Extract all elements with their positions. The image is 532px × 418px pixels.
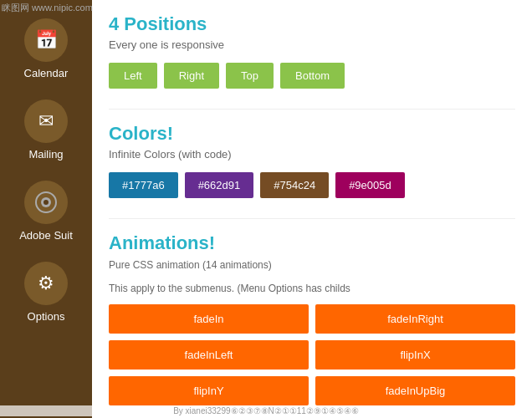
positions-subtitle: Every one is responsive: [109, 38, 515, 51]
position-btn-right[interactable]: Right: [164, 63, 219, 89]
anim-btn-flipInX[interactable]: flipInX: [315, 340, 515, 370]
sidebar-item-calendar[interactable]: 📅 Calendar: [0, 8, 92, 89]
position-btn-top[interactable]: Top: [226, 63, 274, 89]
anim-btn-fadeInRight[interactable]: fadeInRight: [315, 304, 515, 334]
sidebar-item-adobe-suit[interactable]: Adobe Suit: [0, 171, 92, 252]
calendar-icon: 📅: [24, 18, 68, 62]
swatch-1[interactable]: #1777a6: [109, 172, 178, 198]
adobe-suit-icon: [24, 181, 68, 224]
svg-point-2: [43, 200, 49, 205]
animations-section: Animations! Pure CSS animation (14 anima…: [109, 232, 515, 405]
anim-btn-fadeInLeft[interactable]: fadeInLeft: [109, 340, 309, 370]
positions-btn-group: Left Right Top Bottom: [109, 63, 515, 89]
watermark-top: 眯图网 www.nipic.com: [2, 2, 93, 14]
watermark-bottom: By xianei33299⑥②③⑦⑧N②①①11②⑨①④⑤④⑥: [0, 405, 532, 416]
sidebar-label-mailing: Mailing: [28, 148, 63, 161]
swatch-2[interactable]: #662d91: [185, 172, 254, 198]
sidebar-label-calendar: Calendar: [24, 67, 69, 79]
watermark-url: www.nipic.com: [32, 3, 93, 13]
sidebar-label-options: Options: [28, 310, 65, 323]
colors-subtitle: Infinite Colors (with code): [109, 148, 515, 161]
position-btn-bottom[interactable]: Bottom: [280, 63, 345, 89]
sidebar: 📅 Calendar ✉ Mailing Adobe Suit ⚙ Option…: [0, 0, 92, 418]
main-content: 4 Positions Every one is responsive Left…: [92, 0, 532, 418]
positions-title: 4 Positions: [109, 13, 515, 35]
anim-btn-flipInY[interactable]: flipInY: [109, 376, 309, 405]
anim-btn-fadeIn[interactable]: fadeIn: [109, 304, 309, 334]
divider-2: [109, 218, 515, 219]
watermark-bottom-text: By xianei33299⑥②③⑦⑧N②①①11②⑨①④⑤④⑥: [173, 406, 359, 415]
watermark-logo: 眯图网: [2, 3, 29, 13]
options-icon: ⚙: [24, 262, 68, 305]
swatch-3[interactable]: #754c24: [260, 172, 329, 198]
colors-section: Colors! Infinite Colors (with code) #177…: [109, 123, 515, 198]
sidebar-item-mailing[interactable]: ✉ Mailing: [0, 89, 92, 171]
color-swatches: #1777a6 #662d91 #754c24 #9e005d: [109, 172, 515, 198]
positions-section: 4 Positions Every one is responsive Left…: [109, 13, 515, 89]
sidebar-label-adobe-suit: Adobe Suit: [19, 229, 73, 242]
swatch-4[interactable]: #9e005d: [335, 172, 405, 198]
animations-desc1: Pure CSS animation (14 animations): [109, 257, 515, 273]
animations-desc2: This apply to the submenus. (Menu Option…: [109, 281, 515, 296]
anim-btn-fadeInUpBig[interactable]: fadeInUpBig: [315, 376, 515, 405]
sidebar-item-options[interactable]: ⚙ Options: [0, 252, 92, 333]
mailing-icon: ✉: [24, 99, 68, 143]
animations-grid: fadeIn fadeInRight fadeInLeft flipInX fl…: [109, 304, 515, 405]
animations-title: Animations!: [109, 232, 515, 254]
position-btn-left[interactable]: Left: [109, 63, 157, 89]
divider-1: [109, 109, 515, 110]
colors-title: Colors!: [109, 123, 515, 145]
